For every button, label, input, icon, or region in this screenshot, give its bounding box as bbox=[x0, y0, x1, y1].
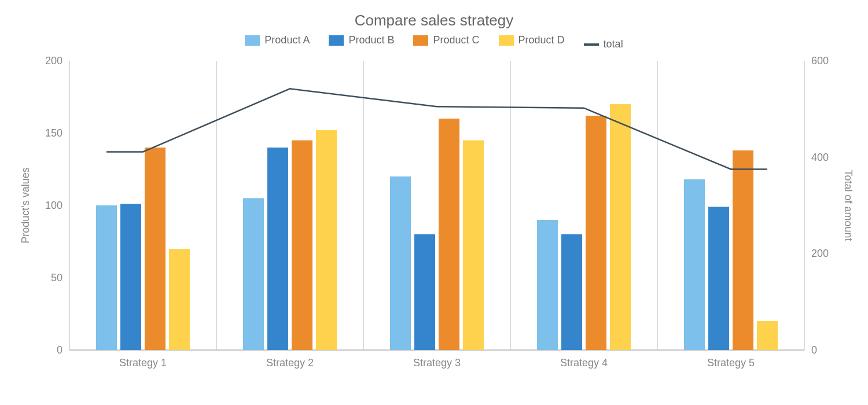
legend-label: Product A bbox=[264, 34, 310, 46]
svg-text:Strategy 3: Strategy 3 bbox=[413, 357, 461, 369]
chart-legend: Product A Product B Product C Product D … bbox=[12, 34, 856, 50]
legend-swatch bbox=[245, 35, 260, 46]
bar[interactable] bbox=[390, 176, 411, 350]
bar[interactable] bbox=[145, 148, 165, 350]
svg-text:150: 150 bbox=[45, 127, 62, 139]
legend-label: Product C bbox=[433, 34, 479, 46]
svg-text:Strategy 4: Strategy 4 bbox=[560, 357, 608, 369]
bar[interactable] bbox=[414, 234, 435, 350]
bar[interactable] bbox=[292, 141, 312, 351]
bar[interactable] bbox=[733, 150, 753, 350]
svg-text:200: 200 bbox=[811, 248, 829, 259]
legend-swatch bbox=[499, 35, 514, 46]
svg-text:0: 0 bbox=[57, 344, 62, 356]
bar[interactable] bbox=[243, 198, 264, 351]
bar[interactable] bbox=[561, 234, 582, 350]
bar[interactable] bbox=[684, 179, 705, 350]
legend-swatch bbox=[584, 43, 599, 46]
legend-label: total bbox=[604, 38, 623, 50]
legend-swatch bbox=[329, 35, 344, 46]
total-line[interactable] bbox=[106, 89, 767, 169]
svg-text:100: 100 bbox=[45, 200, 62, 211]
bar[interactable] bbox=[439, 119, 459, 350]
chart-plot-area: 0501001502000200400600Strategy 1Strategy… bbox=[12, 55, 856, 379]
legend-item-product-b[interactable]: Product B bbox=[329, 34, 394, 46]
svg-text:Total of amount: Total of amount bbox=[843, 170, 854, 241]
bar[interactable] bbox=[96, 205, 117, 350]
bar[interactable] bbox=[267, 148, 288, 350]
legend-item-total[interactable]: total bbox=[584, 38, 623, 50]
svg-text:Strategy 2: Strategy 2 bbox=[266, 357, 314, 369]
chart-title: Compare sales strategy bbox=[12, 12, 856, 30]
bar[interactable] bbox=[537, 220, 558, 350]
bar[interactable] bbox=[610, 104, 631, 350]
bar[interactable] bbox=[757, 321, 778, 350]
legend-item-product-c[interactable]: Product C bbox=[413, 34, 479, 46]
chart-container: Compare sales strategy Product A Product… bbox=[12, 12, 856, 393]
legend-label: Product B bbox=[348, 34, 394, 46]
svg-text:400: 400 bbox=[811, 152, 829, 163]
svg-text:Strategy 1: Strategy 1 bbox=[119, 357, 167, 369]
legend-label: Product D bbox=[518, 34, 565, 46]
bar[interactable] bbox=[586, 116, 606, 350]
legend-item-product-d[interactable]: Product D bbox=[499, 34, 565, 46]
bar[interactable] bbox=[463, 141, 484, 351]
svg-text:50: 50 bbox=[51, 272, 62, 284]
legend-item-product-a[interactable]: Product A bbox=[245, 34, 310, 46]
svg-text:0: 0 bbox=[811, 344, 817, 356]
svg-text:Strategy 5: Strategy 5 bbox=[707, 357, 755, 369]
svg-text:Product's values: Product's values bbox=[20, 167, 31, 244]
bar[interactable] bbox=[316, 130, 337, 350]
bar[interactable] bbox=[169, 249, 190, 350]
bar[interactable] bbox=[120, 204, 141, 351]
legend-swatch bbox=[413, 35, 428, 46]
svg-text:600: 600 bbox=[811, 55, 829, 67]
bar[interactable] bbox=[708, 207, 729, 351]
chart-svg: 0501001502000200400600Strategy 1Strategy… bbox=[12, 55, 856, 379]
svg-text:200: 200 bbox=[45, 55, 62, 67]
